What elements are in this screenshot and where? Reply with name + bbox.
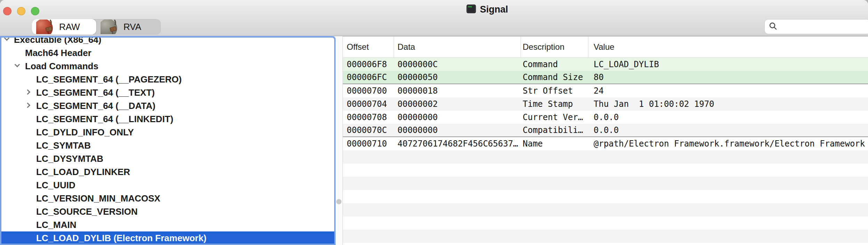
sidebar-item[interactable]: LC_LOAD_DYLIB (Electron Framework) [1, 231, 334, 245]
table-row[interactable]: 0000070C 00000000 Compatibili… 0.0.0 [343, 124, 868, 137]
app-icon [466, 4, 476, 15]
sidebar-item[interactable]: LC_SOURCE_VERSION [1, 205, 334, 218]
chevron-right-icon[interactable] [25, 103, 31, 108]
table-row[interactable]: 000006F8 0000000C Command LC_LOAD_DYLIB [343, 58, 868, 71]
sidebar-item[interactable]: Executable (X86_64) [1, 36, 334, 46]
sidebar-item-label: LC_DYSYMTAB [36, 153, 103, 164]
segment-raw[interactable]: RAW [32, 19, 96, 34]
minimize-button[interactable] [17, 7, 25, 15]
sidebar-item[interactable]: LC_LOAD_DYLINKER [1, 165, 334, 179]
table-body: 000006F8 0000000C Command LC_LOAD_DYLIB … [343, 58, 868, 245]
sidebar-item[interactable]: Mach64 Header [1, 46, 334, 60]
table-header: OffsetDataDescriptionValue [343, 37, 868, 58]
cell-value: Thu Jan 1 01:00:02 1970 [588, 99, 868, 109]
sidebar-item[interactable]: LC_VERSION_MIN_MACOSX [1, 192, 334, 205]
table-row[interactable]: 00000710 4072706174682F456C65637… Name @… [343, 137, 868, 150]
sidebar-item-label: LC_MAIN [36, 220, 77, 230]
column-header-offset[interactable]: Offset [343, 37, 394, 57]
cell-offset: 00000710 [343, 139, 394, 149]
close-button[interactable] [3, 7, 11, 15]
empty-row [343, 177, 868, 190]
cell-description: Current Ver… [521, 112, 588, 122]
sidebar-item-label: LC_SEGMENT_64 (__LINKEDIT) [36, 114, 173, 125]
cell-data: 4072706174682F456C65637… [394, 139, 521, 149]
sidebar-item-label: LC_SOURCE_VERSION [36, 206, 138, 217]
empty-row [343, 150, 868, 164]
cell-data: 0000000C [394, 60, 521, 69]
empty-row [343, 164, 868, 177]
sidebar-item[interactable]: Load Commands [1, 60, 334, 73]
sidebar-item-label: LC_UUID [36, 180, 75, 191]
cell-data: 00000018 [394, 86, 521, 96]
title-block: Signal [466, 0, 508, 19]
view-mode-segmented-control: RAW [32, 19, 161, 34]
cell-data: 00000000 [394, 125, 521, 135]
cell-data: 00000000 [394, 112, 521, 122]
apple-red-icon [36, 19, 56, 34]
table-row[interactable]: 000006FC 00000050 Command Size 80 [343, 71, 868, 84]
sidebar-item-label: LC_SEGMENT_64 (__PAGEZERO) [36, 74, 182, 85]
cell-description: Command [521, 60, 588, 69]
cell-offset: 000006FC [343, 72, 394, 82]
window-title: Signal [480, 4, 508, 15]
search-field[interactable] [764, 19, 868, 34]
pane-splitter[interactable] [336, 36, 343, 245]
traffic-lights [3, 7, 39, 15]
table-row[interactable]: 00000704 00000002 Time Stamp Thu Jan 1 0… [343, 97, 868, 111]
cell-value: 0.0.0 [588, 112, 868, 122]
sidebar-item[interactable]: LC_DYSYMTAB [1, 152, 334, 165]
cell-data: 00000050 [394, 72, 521, 82]
cell-value: 24 [588, 86, 868, 96]
apple-gray-icon [101, 19, 121, 34]
table-row[interactable]: 00000708 00000000 Current Ver… 0.0.0 [343, 111, 868, 124]
cell-description: Compatibili… [521, 125, 588, 135]
titlebar[interactable]: Signal [0, 0, 868, 19]
sidebar-item-label: LC_LOAD_DYLIB (Electron Framework) [36, 233, 207, 244]
sidebar-item-label: LC_SYMTAB [36, 140, 91, 151]
column-header-value[interactable]: Value [588, 37, 868, 57]
cell-value: 80 [588, 72, 868, 82]
chevron-down-icon[interactable] [4, 36, 10, 41]
cell-offset: 00000708 [343, 112, 394, 122]
search-input[interactable] [780, 21, 868, 33]
search-icon [769, 22, 777, 32]
cell-description: Command Size [521, 72, 588, 82]
sidebar-item[interactable]: LC_SEGMENT_64 (__DATA) [1, 99, 334, 112]
column-header-data[interactable]: Data [394, 37, 521, 57]
table-pane: OffsetDataDescriptionValue 000006F8 0000… [343, 36, 868, 245]
empty-row [343, 216, 868, 230]
zoom-button[interactable] [31, 7, 39, 15]
sidebar-item-label: LC_LOAD_DYLINKER [36, 167, 130, 177]
cell-description: Name [521, 139, 588, 149]
sidebar-item[interactable]: LC_SEGMENT_64 (__TEXT) [1, 86, 334, 99]
segment-raw-label: RAW [59, 22, 80, 32]
cell-value: @rpath/Electron Framework.framework/Elec… [588, 139, 868, 149]
sidebar-item-label: LC_SEGMENT_64 (__DATA) [36, 101, 155, 111]
sidebar-item[interactable]: LC_MAIN [1, 218, 334, 231]
sidebar-item[interactable]: LC_DYLD_INFO_ONLY [1, 126, 334, 139]
cell-offset: 00000704 [343, 99, 394, 109]
sidebar-item[interactable]: LC_SYMTAB [1, 139, 334, 152]
cell-value: 0.0.0 [588, 125, 868, 135]
sidebar-item[interactable]: LC_SEGMENT_64 (__PAGEZERO) [1, 73, 334, 86]
sidebar-item[interactable]: LC_SEGMENT_64 (__LINKEDIT) [1, 112, 334, 126]
segment-rva[interactable]: RVA [96, 19, 161, 34]
column-header-description[interactable]: Description [521, 37, 588, 57]
cell-offset: 000006F8 [343, 60, 394, 69]
sidebar-item[interactable]: LC_UUID [1, 179, 334, 192]
cell-data: 00000002 [394, 99, 521, 109]
sidebar-item-label: Executable (X86_64) [14, 36, 101, 45]
table-row[interactable]: 00000700 00000018 Str Offset 24 [343, 84, 868, 97]
chevron-down-icon[interactable] [15, 62, 20, 68]
splitter-handle[interactable] [336, 199, 341, 204]
sidebar-item-label: LC_SEGMENT_64 (__TEXT) [36, 87, 155, 98]
sidebar-item-label: Load Commands [25, 61, 98, 72]
chevron-right-icon[interactable] [25, 89, 31, 95]
empty-row [343, 243, 868, 245]
cell-offset: 0000070C [343, 125, 394, 135]
window-chrome: Signal [0, 0, 868, 36]
segment-rva-label: RVA [123, 22, 141, 32]
cell-description: Str Offset [521, 86, 588, 96]
empty-row [343, 190, 868, 203]
sidebar-item-label: LC_DYLD_INFO_ONLY [36, 127, 134, 138]
